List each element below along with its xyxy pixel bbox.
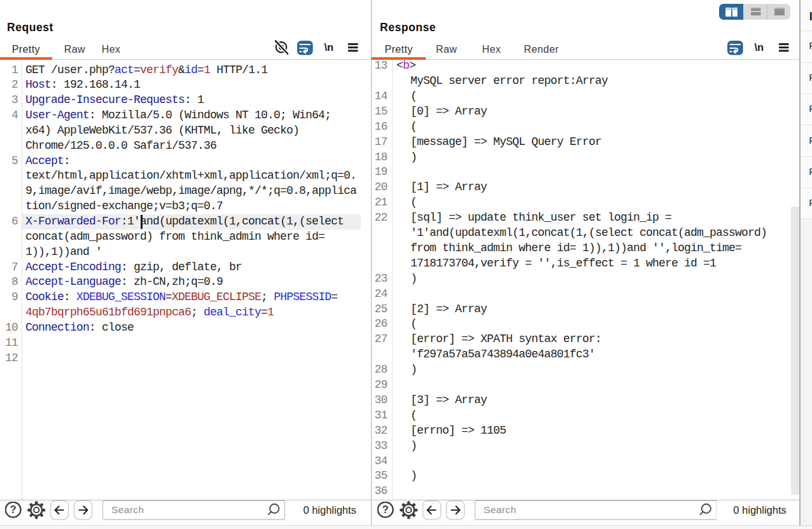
- svg-text:?: ?: [382, 504, 389, 515]
- svg-text:?: ?: [10, 504, 17, 515]
- svg-text:Search: Search: [483, 504, 515, 515]
- svg-text:Search: Search: [111, 504, 144, 515]
